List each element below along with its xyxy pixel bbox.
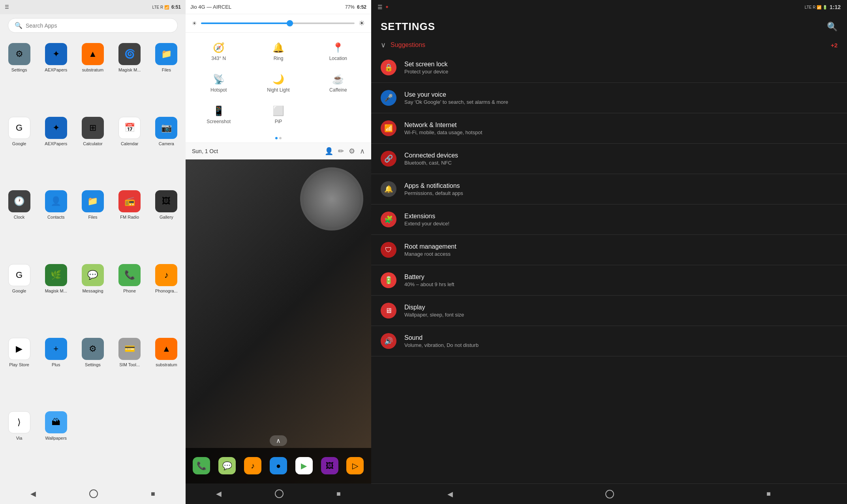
app-icon: + (45, 338, 67, 360)
home-button-notif[interactable] (275, 489, 284, 498)
app-item-via[interactable]: ⟩ Via (2, 408, 37, 480)
dock-phonograph2[interactable]: ▷ (346, 457, 364, 474)
app-item-calculator[interactable]: ⊞ Calculator (75, 114, 110, 186)
settings-icon-use-your-voice: 🎤 (381, 90, 396, 106)
app-item-files[interactable]: 📁 Files (75, 187, 110, 259)
settings-title-apps-notifications: Apps & notifications (404, 182, 838, 189)
settings-item-set-screen-lock[interactable]: 🔒 Set screen lock Protect your device (371, 54, 847, 81)
home-button-settings[interactable] (605, 490, 614, 498)
app-item-fm-radio[interactable]: 📻 FM Radio (112, 187, 147, 259)
app-item-plus[interactable]: + Plus (38, 335, 73, 407)
app-item-aexpapers[interactable]: ✦ AEXPapers (38, 40, 73, 112)
app-icon: 💳 (118, 338, 141, 360)
qs-tile-pip[interactable]: ⬜ PiP (248, 99, 308, 131)
qs-tile-343°-n[interactable]: 🧭 343° N (189, 36, 248, 67)
signal-settings: LTE R 📶 🔋 (805, 5, 827, 9)
settings-item-apps-notifications[interactable]: 🔔 Apps & notifications Permissions, defa… (371, 176, 847, 202)
settings-item-connected-devices[interactable]: 🔗 Connected devices Bluetooth, cast, NFC (371, 145, 847, 172)
brightness-slider[interactable] (201, 22, 355, 24)
app-item-files[interactable]: 📁 Files (149, 40, 184, 112)
settings-text-apps-notifications: Apps & notifications Permissions, defaul… (404, 182, 838, 196)
app-icon: 💬 (82, 264, 104, 286)
recent-button[interactable]: ■ (143, 487, 163, 501)
app-item-settings[interactable]: ⚙ Settings (75, 335, 110, 407)
search-input[interactable] (26, 22, 171, 29)
recent-button-settings[interactable]: ■ (766, 490, 771, 498)
app-item-play-store[interactable]: ▶ Play Store (2, 335, 37, 407)
dot-1 (275, 137, 278, 139)
app-icon: ▶ (8, 338, 30, 360)
status-left-settings: ☰ ✦ (377, 4, 389, 10)
app-item-wallpapers[interactable]: 🏔 Wallpapers (38, 408, 73, 480)
qs-tile-hotspot[interactable]: 📡 Hotspot (189, 67, 248, 99)
app-item-substratum[interactable]: ▲ substratum (149, 335, 184, 407)
app-item-messaging[interactable]: 💬 Messaging (75, 261, 110, 333)
app-label: Calculator (83, 141, 103, 146)
dock-files[interactable]: 💬 (218, 457, 236, 474)
app-item-settings[interactable]: ⚙ Settings (2, 40, 37, 112)
status-bar-qs: Jio 4G — AIRCEL 77% 6:52 (186, 0, 371, 14)
qs-tile-ring[interactable]: 🔔 Ring (248, 36, 308, 67)
app-item-magisk-m...[interactable]: 🌀 Magisk M... (112, 40, 147, 112)
dock-camera[interactable]: ● (270, 457, 287, 474)
settings-notif-icon[interactable]: ⚙ (349, 147, 355, 156)
suggestions-row[interactable]: ∨ Suggestions +2 (371, 36, 847, 54)
app-item-sim-tool...[interactable]: 💳 SIM Tool... (112, 335, 147, 407)
settings-item-root-management[interactable]: 🛡 Root management Manage root access (371, 236, 847, 263)
screenshot-icon-settings: ☰ (377, 4, 383, 10)
app-item-clock[interactable]: 🕐 Clock (2, 187, 37, 259)
app-label: Settings (85, 362, 101, 367)
settings-item-display[interactable]: 🖥 Display Wallpaper, sleep, font size (371, 297, 847, 324)
qs-tile-night-light[interactable]: 🌙 Night Light (248, 67, 308, 99)
settings-item-network-internet[interactable]: 📶 Network & Internet Wi-Fi, mobile, data… (371, 115, 847, 142)
app-icon: 📅 (118, 117, 141, 139)
back-button-notif[interactable]: ◀ (208, 486, 229, 501)
dock-gallery[interactable]: 🖼 (321, 457, 338, 474)
edit-icon[interactable]: ✏ (338, 147, 344, 156)
settings-icon-display: 🖥 (381, 303, 396, 319)
page-dots (186, 134, 371, 142)
recent-button-notif[interactable]: ■ (329, 487, 349, 501)
divider (371, 174, 847, 174)
settings-item-sound[interactable]: 🔊 Sound Volume, vibration, Do not distur… (371, 328, 847, 354)
brightness-row[interactable]: ☀ ☀ (186, 14, 371, 33)
app-item-substratum[interactable]: ▲ substratum (75, 40, 110, 112)
qs-tile-location[interactable]: 📍 Location (308, 36, 368, 67)
divider (371, 356, 847, 356)
app-item-gallery[interactable]: 🖼 Gallery (149, 187, 184, 259)
app-item-camera[interactable]: 📷 Camera (149, 114, 184, 186)
app-item-magisk-m...[interactable]: 🌿 Magisk M... (38, 261, 73, 333)
app-item-contacts[interactable]: 👤 Contacts (38, 187, 73, 259)
settings-item-extensions[interactable]: 🧩 Extensions Extend your device! (371, 206, 847, 233)
status-right: LTE R 📶 6:51 (152, 4, 181, 10)
app-item-phone[interactable]: 📞 Phone (112, 261, 147, 333)
qs-tile-caffeine[interactable]: ☕ Caffeine (308, 67, 368, 99)
search-bar[interactable]: 🔍 (8, 18, 178, 33)
qs-tile-screenshot[interactable]: 📱 Screenshot (189, 99, 248, 131)
dock-playstore[interactable]: ▶ (295, 457, 313, 474)
back-button-settings[interactable]: ◀ (447, 490, 453, 498)
settings-icon-set-screen-lock: 🔒 (381, 60, 396, 75)
app-item-phonogra...[interactable]: ♪ Phonogra... (149, 261, 184, 333)
divider (371, 265, 847, 265)
app-icon: 🌀 (118, 43, 141, 65)
app-label: Plus (52, 362, 60, 367)
app-item-calendar[interactable]: 📅 Calendar (112, 114, 147, 186)
app-item-google[interactable]: G Google (2, 114, 37, 186)
dock-phonograph[interactable]: ♪ (244, 457, 261, 474)
settings-search-button[interactable]: 🔍 (827, 22, 838, 32)
settings-item-use-your-voice[interactable]: 🎤 Use your voice Say 'Ok Google' to sear… (371, 84, 847, 111)
collapse-icon[interactable]: ∧ (360, 147, 365, 156)
qs-tile-icon: 🧭 (213, 42, 225, 53)
app-item-google[interactable]: G Google (2, 261, 37, 333)
dock-phone[interactable]: 📞 (193, 457, 210, 474)
home-button[interactable] (89, 489, 98, 498)
expand-button[interactable]: ∧ (270, 435, 287, 446)
settings-title-set-screen-lock: Set screen lock (404, 61, 838, 68)
app-item-aexpapers[interactable]: ✦ AEXPapers (38, 114, 73, 186)
clock-wallpaper (186, 159, 371, 483)
back-button[interactable]: ◀ (23, 486, 44, 501)
settings-item-battery[interactable]: 🔋 Battery 40% – about 9 hrs left (371, 267, 847, 294)
account-icon[interactable]: 👤 (325, 147, 333, 156)
settings-text-root-management: Root management Manage root access (404, 243, 838, 257)
